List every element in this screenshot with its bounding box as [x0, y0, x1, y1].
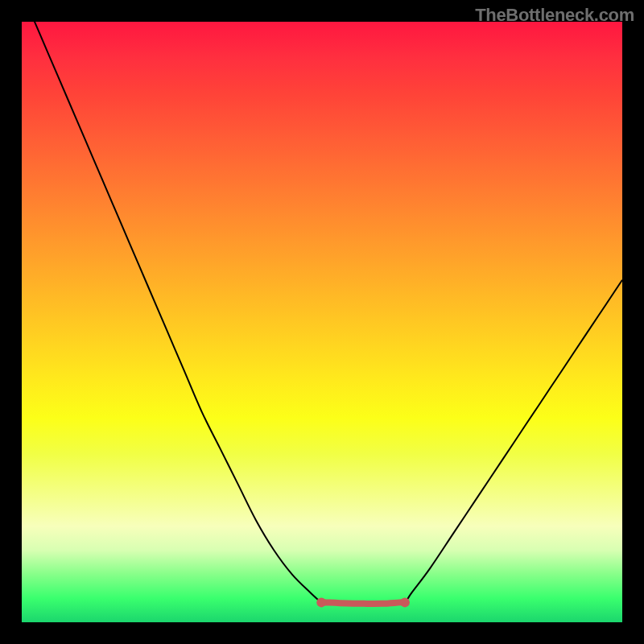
- plot-area: [22, 22, 622, 622]
- watermark-text: TheBottleneck.com: [475, 5, 634, 26]
- chart-container: TheBottleneck.com: [0, 0, 644, 644]
- gradient-background: [22, 22, 622, 622]
